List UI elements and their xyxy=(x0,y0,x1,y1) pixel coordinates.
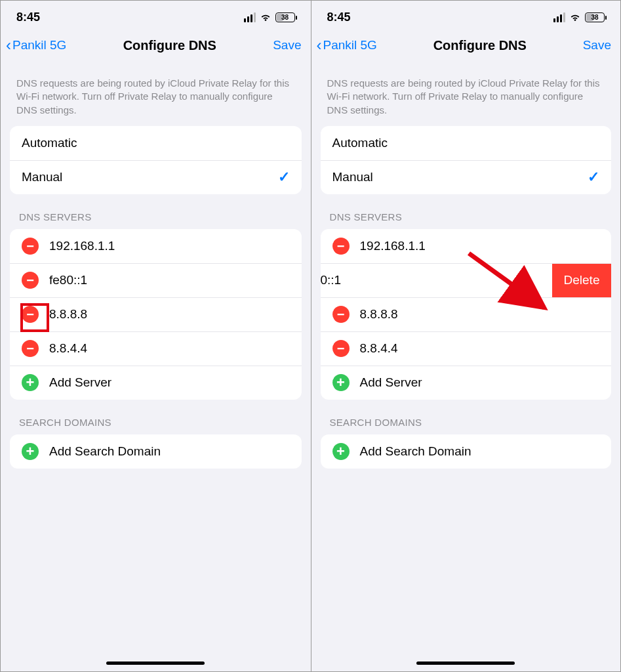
save-button[interactable]: Save xyxy=(583,38,611,52)
mode-manual-label: Manual xyxy=(22,170,62,184)
delete-button[interactable]: Delete xyxy=(552,264,611,297)
battery-icon: 38 xyxy=(275,12,295,22)
dns-value: 192.168.1.1 xyxy=(49,239,115,253)
wifi-icon xyxy=(260,11,271,23)
dns-value: 8.8.4.4 xyxy=(49,341,87,356)
search-domains-header: SEARCH DOMAINS xyxy=(311,417,621,434)
chevron-left-icon: ‹ xyxy=(6,37,11,53)
chevron-left-icon: ‹ xyxy=(317,37,322,53)
remove-icon[interactable]: − xyxy=(22,272,39,289)
cellular-signal-icon xyxy=(553,12,565,22)
add-server-row[interactable]: + Add Server xyxy=(321,366,612,400)
checkmark-icon: ✓ xyxy=(278,169,290,186)
mode-automatic[interactable]: Automatic xyxy=(321,126,612,160)
dns-servers-group: − 192.168.1.1 0::1 Delete − 8.8.8.8 − 8.… xyxy=(321,229,612,400)
home-indicator[interactable] xyxy=(106,662,205,665)
nav-bar: ‹ Pankil 5G Configure DNS Save xyxy=(311,33,621,62)
status-time: 8:45 xyxy=(16,10,40,24)
mode-automatic-label: Automatic xyxy=(332,136,388,150)
dns-value: 8.8.8.8 xyxy=(49,307,87,322)
add-search-domain-label: Add Search Domain xyxy=(360,444,471,459)
status-bar: 8:45 38 xyxy=(1,1,311,33)
page-title: Configure DNS xyxy=(123,38,216,53)
remove-icon[interactable]: − xyxy=(332,238,350,255)
remove-icon[interactable]: − xyxy=(22,238,39,255)
dns-row[interactable]: − 8.8.4.4 xyxy=(10,331,302,366)
remove-icon[interactable]: − xyxy=(332,306,350,323)
dns-servers-header: DNS SERVERS xyxy=(311,211,621,229)
info-text: DNS requests are being routed by iCloud … xyxy=(1,62,311,126)
dns-value: 0::1 xyxy=(321,273,342,287)
dns-mode-group: Automatic Manual ✓ xyxy=(321,126,612,194)
dns-row[interactable]: − 8.8.4.4 xyxy=(321,331,612,366)
add-server-row[interactable]: + Add Server xyxy=(10,366,302,400)
dns-row[interactable]: − 8.8.8.8 xyxy=(321,297,612,331)
home-indicator[interactable] xyxy=(416,662,515,665)
status-bar: 8:45 38 xyxy=(311,1,621,33)
add-server-label: Add Server xyxy=(49,375,111,390)
dns-value: 8.8.4.4 xyxy=(360,341,398,356)
save-button[interactable]: Save xyxy=(273,38,301,52)
add-icon[interactable]: + xyxy=(22,443,39,460)
back-button[interactable]: ‹ Pankil 5G xyxy=(6,37,66,53)
mode-manual-label: Manual xyxy=(332,170,373,184)
search-domains-group: + Add Search Domain xyxy=(321,434,612,469)
dns-value: 8.8.8.8 xyxy=(360,307,398,322)
screenshot-right: 8:45 38 ‹ Pankil 5G Configure DNS Save D… xyxy=(311,1,621,671)
dns-row-swiped[interactable]: 0::1 Delete xyxy=(321,263,612,297)
dns-value: 192.168.1.1 xyxy=(360,239,426,253)
add-search-domain-label: Add Search Domain xyxy=(49,444,161,459)
status-icons: 38 xyxy=(553,11,605,23)
dns-value: fe80::1 xyxy=(49,273,87,287)
mode-manual[interactable]: Manual ✓ xyxy=(10,160,302,194)
add-icon[interactable]: + xyxy=(332,374,350,391)
page-title: Configure DNS xyxy=(433,38,527,53)
search-domains-header: SEARCH DOMAINS xyxy=(1,417,311,434)
add-icon[interactable]: + xyxy=(22,374,39,391)
add-search-domain-row[interactable]: + Add Search Domain xyxy=(321,434,612,469)
dns-row[interactable]: − 8.8.8.8 xyxy=(10,297,302,331)
add-icon[interactable]: + xyxy=(332,443,350,460)
add-search-domain-row[interactable]: + Add Search Domain xyxy=(10,434,302,469)
dns-servers-header: DNS SERVERS xyxy=(1,211,311,229)
wifi-icon xyxy=(569,11,581,23)
remove-icon[interactable]: − xyxy=(22,306,39,323)
remove-icon[interactable]: − xyxy=(22,340,39,357)
mode-automatic[interactable]: Automatic xyxy=(10,126,302,160)
nav-bar: ‹ Pankil 5G Configure DNS Save xyxy=(1,33,311,62)
search-domains-group: + Add Search Domain xyxy=(10,434,302,469)
dns-servers-group: − 192.168.1.1 − fe80::1 − 8.8.8.8 − 8.8.… xyxy=(10,229,302,400)
mode-manual[interactable]: Manual ✓ xyxy=(321,160,612,194)
back-label: Pankil 5G xyxy=(12,38,66,52)
checkmark-icon: ✓ xyxy=(588,169,599,186)
battery-icon: 38 xyxy=(585,12,605,22)
back-button[interactable]: ‹ Pankil 5G xyxy=(317,37,377,53)
status-time: 8:45 xyxy=(327,10,351,24)
info-text: DNS requests are being routed by iCloud … xyxy=(311,62,621,126)
add-server-label: Add Server xyxy=(360,375,422,390)
dns-row[interactable]: − fe80::1 xyxy=(10,263,302,297)
mode-automatic-label: Automatic xyxy=(22,136,77,150)
back-label: Pankil 5G xyxy=(323,38,377,52)
dns-row[interactable]: − 192.168.1.1 xyxy=(10,229,302,263)
screenshot-left: 8:45 38 ‹ Pankil 5G Configure DNS Save D… xyxy=(1,1,311,671)
dns-row[interactable]: − 192.168.1.1 xyxy=(321,229,612,263)
dns-mode-group: Automatic Manual ✓ xyxy=(10,126,302,194)
remove-icon[interactable]: − xyxy=(332,340,350,357)
status-icons: 38 xyxy=(244,11,295,23)
cellular-signal-icon xyxy=(244,12,256,22)
